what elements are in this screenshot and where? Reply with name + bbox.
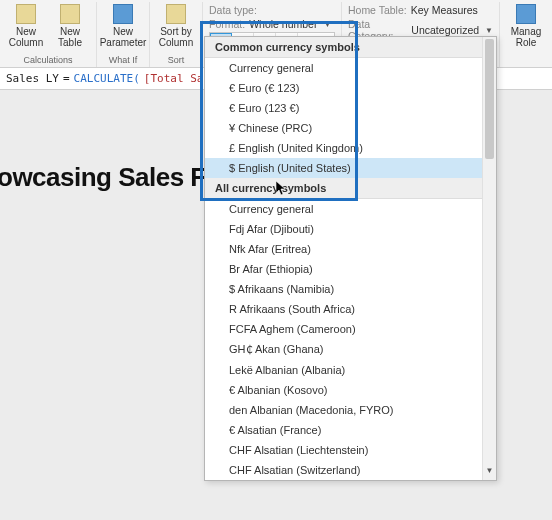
whatif-group-label: What If xyxy=(109,55,138,67)
currency-option[interactable]: den Albanian (Macedonia, FYRO) xyxy=(205,400,496,420)
home-table-label: Home Table: xyxy=(348,4,407,16)
dropdown-header-common: Common currency symbols xyxy=(205,37,496,58)
sort-by-column-button[interactable]: Sort byColumn xyxy=(156,2,196,50)
currency-option[interactable]: € Alsatian (France) xyxy=(205,420,496,440)
currency-option[interactable]: $ Afrikaans (Namibia) xyxy=(205,279,496,299)
currency-option[interactable]: ¥ Chinese (PRC) xyxy=(205,118,496,138)
currency-option[interactable]: Fdj Afar (Djibouti) xyxy=(205,219,496,239)
currency-option[interactable]: R Afrikaans (South Africa) xyxy=(205,299,496,319)
page-title: owcasing Sales F xyxy=(0,162,206,193)
currency-option[interactable]: FCFA Aghem (Cameroon) xyxy=(205,319,496,339)
chevron-down-icon: ▼ xyxy=(485,26,493,35)
new-table-button[interactable]: NewTable xyxy=(50,2,90,50)
new-parameter-button[interactable]: NewParameter xyxy=(103,2,143,50)
column-icon xyxy=(16,4,36,24)
new-column-label: NewColumn xyxy=(9,26,43,48)
manage-roles-button[interactable]: ManagRole xyxy=(506,2,546,50)
currency-option[interactable]: Nfk Afar (Eritrea) xyxy=(205,239,496,259)
all-currency-list: Currency generalFdj Afar (Djibouti)Nfk A… xyxy=(205,199,496,480)
equals-sign: = xyxy=(63,72,70,85)
scroll-down-arrow[interactable]: ▼ xyxy=(483,466,496,480)
format-dropdown-row[interactable]: Format: Whole number ▼ xyxy=(209,18,335,30)
whatif-group: NewParameter What If xyxy=(97,2,150,67)
currency-option[interactable]: Lekë Albanian (Albania) xyxy=(205,360,496,380)
scroll-thumb[interactable] xyxy=(485,39,494,159)
sort-icon xyxy=(166,4,186,24)
dropdown-header-all: All currency symbols xyxy=(205,178,496,199)
function-name: CALCULATE( xyxy=(74,72,140,85)
currency-option[interactable]: Br Afar (Ethiopia) xyxy=(205,259,496,279)
currency-option[interactable]: CHF Alsatian (Switzerland) xyxy=(205,460,496,480)
format-value: Whole number xyxy=(249,18,317,30)
currency-option[interactable]: Currency general xyxy=(205,199,496,219)
table-icon xyxy=(60,4,80,24)
new-column-button[interactable]: NewColumn xyxy=(6,2,46,50)
sort-by-label: Sort byColumn xyxy=(159,26,193,48)
new-table-label: NewTable xyxy=(58,26,82,48)
new-parameter-label: NewParameter xyxy=(100,26,147,48)
sort-group: Sort byColumn Sort xyxy=(150,2,203,67)
format-label: Format: xyxy=(209,18,245,30)
measure-name: Sales LY xyxy=(6,72,59,85)
calc-group-label: Calculations xyxy=(23,55,72,67)
parameter-icon xyxy=(113,4,133,24)
sort-group-label: Sort xyxy=(168,55,185,67)
currency-option[interactable]: Currency general xyxy=(205,58,496,78)
common-currency-list: Currency general€ Euro (€ 123)€ Euro (12… xyxy=(205,58,496,178)
manage-group: ManagRole xyxy=(500,2,552,67)
currency-option[interactable]: € Albanian (Kosovo) xyxy=(205,380,496,400)
manage-roles-label: ManagRole xyxy=(511,26,542,48)
currency-option[interactable]: € Euro (123 €) xyxy=(205,98,496,118)
data-type-label: Data type: xyxy=(209,4,257,16)
data-category-value: Uncategorized xyxy=(411,24,479,36)
currency-option[interactable]: € Euro (€ 123) xyxy=(205,78,496,98)
currency-option[interactable]: $ English (United States) xyxy=(205,158,496,178)
currency-dropdown: Common currency symbols Currency general… xyxy=(204,36,497,481)
calc-group: NewColumn NewTable Calculations xyxy=(0,2,97,67)
dropdown-scrollbar[interactable]: ▲ ▼ xyxy=(482,37,496,480)
chevron-down-icon: ▼ xyxy=(323,20,331,29)
currency-option[interactable]: £ English (United Kingdom) xyxy=(205,138,496,158)
home-table-value: Key Measures xyxy=(411,4,478,16)
currency-option[interactable]: GH₵ Akan (Ghana) xyxy=(205,339,496,360)
currency-option[interactable]: CHF Alsatian (Liechtenstein) xyxy=(205,440,496,460)
roles-icon xyxy=(516,4,536,24)
